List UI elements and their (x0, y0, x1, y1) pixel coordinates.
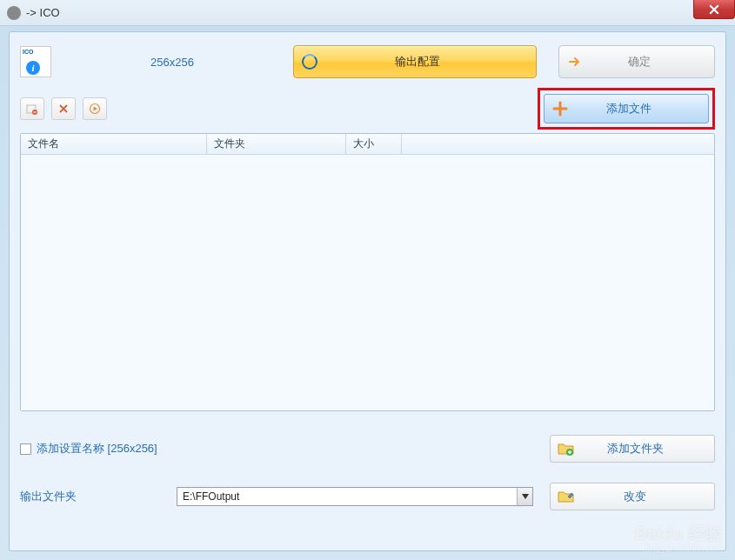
output-folder-label: 输出文件夹 (20, 489, 177, 504)
output-config-label: 输出配置 (325, 54, 536, 70)
settings-row: 添加设置名称 [256x256] 添加文件夹 (20, 434, 715, 463)
refresh-icon (294, 54, 325, 70)
folder-edit-icon (551, 489, 582, 504)
top-row: ICO i 256x256 输出配置 确定 (20, 44, 715, 79)
output-row: 输出文件夹 E:\FFOutput 改变 (20, 483, 715, 510)
confirm-button[interactable]: 确定 (558, 45, 715, 78)
add-file-label: 添加文件 (576, 101, 708, 117)
confirm-label: 确定 (591, 54, 714, 70)
dimensions-label: 256x256 (150, 56, 220, 69)
main-panel: ICO i 256x256 输出配置 确定 (9, 31, 726, 551)
format-preview: ICO i (20, 46, 51, 77)
info-icon: i (26, 61, 40, 75)
add-name-label: 添加设置名称 [256x256] (37, 441, 157, 457)
remove-item-icon (26, 103, 38, 115)
add-folder-label: 添加文件夹 (582, 441, 714, 457)
arrow-right-icon (559, 54, 591, 70)
play-button[interactable] (83, 97, 107, 120)
add-name-checkbox[interactable] (20, 443, 31, 455)
column-header-filename[interactable]: 文件名 (21, 134, 207, 154)
output-folder-combo[interactable]: E:\FFOutput (177, 487, 533, 506)
folder-plus-icon (551, 441, 582, 457)
table-body[interactable] (21, 155, 714, 410)
play-icon (89, 103, 101, 115)
titlebar: -> ICO (0, 0, 735, 26)
file-table: 文件名 文件夹 大小 (20, 133, 715, 411)
add-file-highlight: 添加文件 (538, 88, 715, 130)
close-icon (709, 4, 719, 15)
change-label: 改变 (582, 489, 714, 504)
output-config-button[interactable]: 输出配置 (293, 45, 537, 78)
app-icon (7, 6, 21, 20)
format-preview-label: ICO (23, 49, 33, 55)
table-header: 文件名 文件夹 大小 (21, 134, 714, 155)
output-folder-value: E:\FFOutput (183, 490, 239, 503)
clear-button[interactable] (51, 97, 76, 120)
close-button[interactable] (693, 0, 735, 19)
remove-item-button[interactable] (20, 97, 44, 120)
toolbar-row: 添加文件 (20, 95, 715, 123)
column-header-folder[interactable]: 文件夹 (207, 134, 346, 154)
chevron-down-icon (517, 488, 532, 505)
add-folder-button[interactable]: 添加文件夹 (550, 435, 715, 463)
column-header-size[interactable]: 大小 (346, 134, 402, 154)
plus-icon (545, 101, 576, 117)
bottom-panel: 添加设置名称 [256x256] 添加文件夹 输出文件夹 E:\FFOutput (20, 434, 715, 510)
window-title: -> ICO (26, 6, 60, 19)
change-button[interactable]: 改变 (550, 483, 715, 510)
add-file-button[interactable]: 添加文件 (544, 94, 709, 123)
clear-icon (57, 103, 70, 115)
